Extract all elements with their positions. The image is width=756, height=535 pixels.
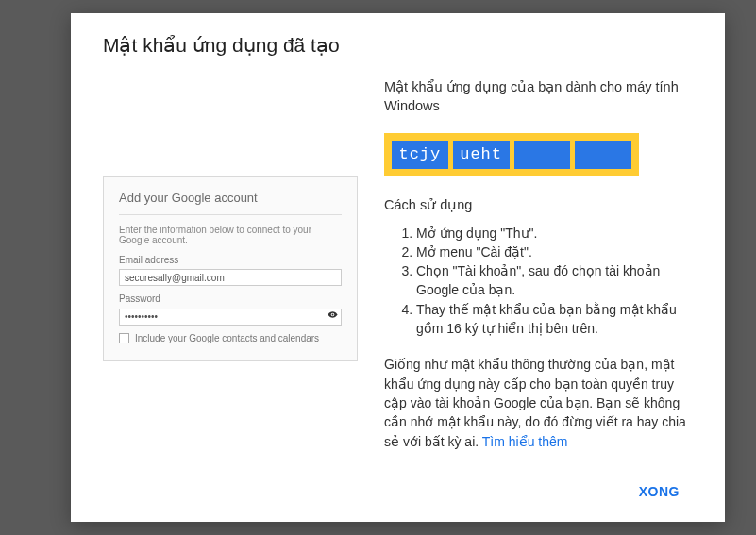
instructions-column: Mật khẩu ứng dụng của bạn dành cho máy t…: [384, 77, 693, 460]
howto-step: Chọn "Tài khoản", sau đó chọn tài khoản …: [416, 261, 693, 300]
done-button[interactable]: XONG: [631, 478, 687, 505]
app-password-box[interactable]: tcjy ueht: [384, 133, 639, 176]
demo-checkbox: [119, 333, 129, 343]
howto-step: Mở ứng dụng "Thư".: [416, 224, 693, 242]
eye-icon: [328, 309, 338, 322]
demo-panel: Add your Google account Enter the inform…: [103, 176, 358, 361]
demo-column: Add your Google account Enter the inform…: [103, 77, 358, 460]
demo-panel-title: Add your Google account: [119, 191, 342, 215]
pw-segment-3: [514, 141, 571, 169]
pw-segment-2: ueht: [453, 141, 510, 169]
demo-password-label: Password: [119, 293, 342, 304]
demo-checkbox-row: Include your Google contacts and calenda…: [119, 333, 342, 343]
demo-email-wrap: [119, 268, 342, 287]
modal-body: Add your Google account Enter the inform…: [103, 77, 693, 460]
demo-email-label: Email address: [119, 255, 342, 265]
demo-password-wrap: [119, 307, 342, 326]
app-password-modal: Mật khẩu ứng dụng đã tạo Add your Google…: [71, 13, 725, 522]
right-heading: Mật khẩu ứng dụng của bạn dành cho máy t…: [384, 77, 693, 116]
howto-step: Mở menu "Cài đặt".: [416, 242, 693, 261]
note-paragraph: Giống như mật khẩu thông thường của bạn,…: [384, 355, 693, 450]
modal-title: Mật khẩu ứng dụng đã tạo: [103, 34, 693, 57]
modal-footer: XONG: [103, 460, 693, 505]
demo-hint: Enter the information below to connect t…: [119, 225, 342, 245]
howto-step: Thay thế mật khẩu của bạn bằng mật khẩu …: [416, 300, 693, 339]
demo-password-input: [119, 309, 342, 326]
demo-checkbox-label: Include your Google contacts and calenda…: [135, 333, 319, 343]
howto-list: Mở ứng dụng "Thư". Mở menu "Cài đặt". Ch…: [384, 224, 693, 339]
demo-email-input: [119, 269, 342, 286]
pw-segment-4: [575, 141, 631, 169]
pw-segment-1: tcjy: [392, 141, 448, 169]
howto-title: Cách sử dụng: [384, 197, 693, 212]
learn-more-link[interactable]: Tìm hiểu thêm: [482, 434, 568, 449]
